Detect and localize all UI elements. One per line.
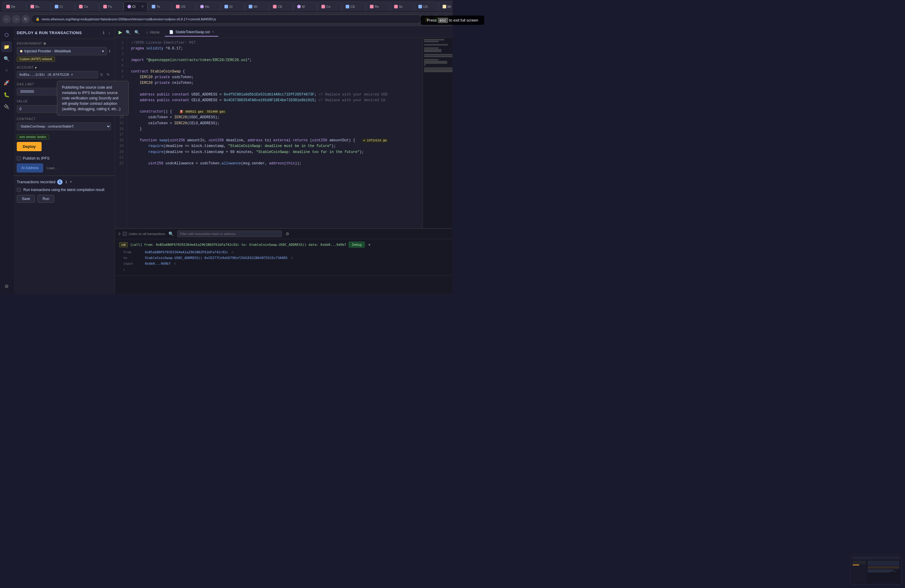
sidebar-icon-logo[interactable]: ⬡: [1, 29, 12, 40]
tab-ce2[interactable]: CE: [269, 2, 293, 11]
log-field-from: from 0xB5a6B0F670355364eA1a2961B02F61bFa…: [119, 250, 448, 255]
deploy-panel: DEPLOY & RUN TRANSACTIONS ℹ › ENVIRONMEN…: [13, 27, 115, 294]
sidebar-icons: ⬡ 📁 🔍 ⑂ 🚀 🐛 🔌 ⚙: [0, 27, 13, 294]
press-text: Press: [427, 18, 437, 22]
input-value: 0xbb0...9d9b7: [145, 262, 171, 265]
tab-cr[interactable]: Cr: [51, 2, 75, 11]
tab-wi[interactable]: Wi: [245, 2, 269, 11]
tab-active[interactable]: Cl ✕: [124, 2, 148, 11]
back-button[interactable]: ←: [2, 15, 11, 23]
tab-gl[interactable]: Gl: [221, 2, 245, 11]
tab-us2[interactable]: US: [414, 2, 438, 11]
deploy-button[interactable]: Deploy: [17, 142, 41, 151]
deploy-actions: Deploy: [17, 142, 111, 154]
search-toolbar-button[interactable]: 🔍: [124, 29, 132, 35]
tab-m[interactable]: M: [293, 2, 317, 11]
file-tab[interactable]: 📄 StableTokenSwap.sol ✕: [165, 28, 218, 37]
sidebar-icon-git[interactable]: ⑂: [1, 65, 12, 76]
close-tab-icon[interactable]: ✕: [211, 30, 214, 33]
environment-value: Injected Provider - MetaMask: [24, 49, 71, 53]
replace-toolbar-button[interactable]: 🔍: [133, 29, 141, 35]
copy-input-icon[interactable]: ⎘: [174, 262, 176, 265]
environment-info-btn[interactable]: ℹ: [108, 49, 111, 54]
contract-select[interactable]: StableCoinSwap - contracts/StableT:: [17, 122, 111, 130]
tab-de[interactable]: De: [2, 2, 26, 11]
editor-tabs: ▶ 🔍 🔍 ⌂ Home 📄 StableTokenSwap.sol ✕: [115, 27, 452, 38]
run-button[interactable]: Run: [37, 195, 54, 203]
panel-chevron-button[interactable]: ›: [108, 30, 111, 36]
esc-key: esc: [438, 17, 448, 23]
publish-ipfs-checkbox[interactable]: [17, 156, 21, 161]
code-wrapper: 12345678910111213141516171819202122 //SP…: [115, 38, 452, 228]
filter-input[interactable]: [177, 230, 282, 237]
debug-button[interactable]: Debug: [349, 242, 365, 248]
tab-ho[interactable]: Ho: [196, 2, 220, 11]
account-label: ACCOUNT ●: [17, 66, 111, 69]
account-row: 0xB5a...2c92c (0.87475228 ▾ ⎘ ✎: [17, 71, 111, 78]
account-info-icon[interactable]: ●: [35, 66, 37, 69]
file-icon: 📄: [169, 30, 173, 34]
tab-re[interactable]: Re: [366, 2, 390, 11]
sidebar-icon-debug[interactable]: 🐛: [1, 89, 12, 100]
tab-ce4[interactable]: CE: [342, 2, 366, 11]
evm-badge: evm version: london: [17, 134, 49, 140]
tab-mr[interactable]: Mr: [439, 2, 452, 11]
minimap: ████████████████████████████ ███████████…: [422, 38, 452, 228]
copy-from-icon[interactable]: ⎘: [232, 251, 233, 254]
tab-label: Cr: [60, 5, 63, 8]
close-icon[interactable]: ✕: [141, 5, 144, 8]
transactions-header[interactable]: Transactions recorded 1 ℹ ▾: [17, 179, 111, 185]
environment-info-icon[interactable]: ⚙: [43, 42, 46, 45]
tab-sc[interactable]: Sc: [390, 2, 414, 11]
sidebar-icon-files[interactable]: 📁: [1, 41, 12, 52]
file-tab-label: StableTokenSwap.sol: [175, 30, 210, 34]
log-count-group: 0: [119, 232, 120, 236]
home-tab[interactable]: ⌂ Home: [142, 29, 164, 36]
account-value: 0xB5a...2c92c (0.87475228: [19, 73, 69, 77]
tab-label: US: [181, 5, 185, 8]
run-icon[interactable]: ▶: [117, 29, 123, 36]
refresh-button[interactable]: ↻: [22, 15, 30, 23]
copy-account-button[interactable]: ⎘: [99, 72, 104, 78]
publish-row: Publish to IPFS: [17, 156, 111, 161]
sidebar-icon-plugin[interactable]: 🔌: [1, 101, 12, 112]
tab-bu[interactable]: Bu: [27, 2, 51, 11]
expand-arrow[interactable]: ›: [119, 267, 448, 273]
latest-compilation-checkbox[interactable]: [17, 188, 21, 192]
home-icon: ⌂: [146, 30, 148, 35]
log-toolbar: 0 Listen on all transactions 🔍 ⚙: [115, 229, 452, 239]
forward-button[interactable]: →: [12, 15, 21, 23]
account-select[interactable]: 0xB5a...2c92c (0.87475228 ▾: [17, 71, 98, 78]
transactions-info-btn[interactable]: ℹ: [64, 179, 68, 185]
tab-favicon: [249, 5, 252, 8]
at-address-button[interactable]: At Address: [17, 164, 43, 172]
minimap-content: ████████████████████████████ ███████████…: [423, 38, 452, 74]
tab-te[interactable]: Te: [148, 2, 172, 11]
transactions-count-badge: 1: [57, 180, 62, 185]
panel-info-button[interactable]: ℹ: [102, 30, 106, 36]
edit-account-button[interactable]: ✎: [105, 72, 111, 78]
sidebar-icon-search[interactable]: 🔍: [1, 53, 12, 64]
tab-ce3[interactable]: Ce: [318, 2, 341, 11]
collapse-icon[interactable]: ▾: [367, 242, 372, 248]
tab-favicon: [394, 5, 398, 8]
listen-checkbox[interactable]: [123, 232, 127, 236]
transactions-label: Transactions recorded: [17, 180, 56, 184]
transactions-section: Transactions recorded 1 ℹ ▾ Run transact…: [13, 176, 114, 206]
copy-to-icon[interactable]: ⎘: [291, 256, 293, 259]
transaction-log: 0 Listen on all transactions 🔍 ⚙ call [c…: [115, 228, 452, 294]
url-text[interactable]: remix.ethereum.org/#lang=en&optimize=fal…: [41, 17, 216, 21]
contract-label: CONTRACT: [17, 118, 111, 121]
environment-select[interactable]: Injected Provider - MetaMask ▾: [17, 47, 107, 56]
save-button[interactable]: Save: [17, 195, 35, 203]
tab-label: CE: [351, 5, 355, 8]
tab-us[interactable]: US: [172, 2, 196, 11]
panel-header-icons: ℹ ›: [102, 30, 111, 36]
filter-search-icon[interactable]: 🔍: [167, 231, 175, 237]
tab-ce[interactable]: Ce: [75, 2, 99, 11]
tab-fu[interactable]: Fu: [99, 2, 123, 11]
sidebar-icon-settings[interactable]: ⚙: [1, 281, 12, 292]
sidebar-icon-deploy[interactable]: 🚀: [1, 77, 12, 88]
log-settings-icon[interactable]: ⚙: [284, 231, 291, 237]
code-content[interactable]: //SPDX-License-Identifier: MIT pragma so…: [127, 38, 422, 228]
